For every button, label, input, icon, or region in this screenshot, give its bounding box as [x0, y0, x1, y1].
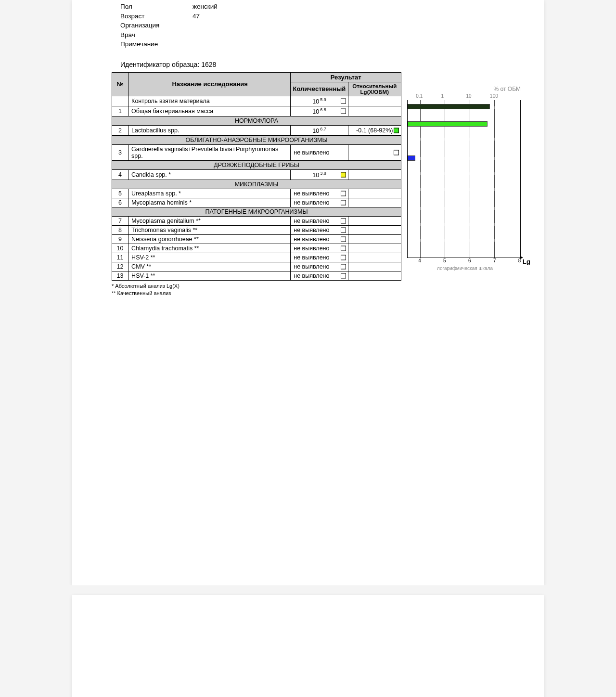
section-normoflora: НОРМОФЛОРА	[112, 116, 401, 126]
status-box-icon	[341, 255, 346, 260]
cell-num: 1	[112, 106, 128, 116]
cell-rel	[348, 244, 401, 253]
cell-num: 12	[112, 262, 128, 271]
top-tick: 10	[466, 93, 471, 99]
table-row: 9Neisseria gonorrhoeae **не выявлено	[112, 235, 401, 244]
table-row: 2 Lactobacillus spp. 106.7 -0.1 (68-92%)	[112, 126, 401, 136]
cell-name: HSV-2 **	[128, 253, 291, 262]
th-rel: Относительный Lg(X/ОБМ)	[348, 82, 401, 96]
top-tick: 0.1	[416, 93, 423, 99]
table-row: 11HSV-2 **не выявлено	[112, 253, 401, 262]
cell-name: HSV-1 **	[128, 271, 291, 281]
cell-quant: не выявлено	[291, 244, 348, 253]
chart-body	[407, 100, 521, 258]
cell-name: Neisseria gonorrhoeae **	[128, 235, 291, 244]
table-row: 4 Candida spp. * 103.8	[112, 170, 401, 180]
cell-num: 11	[112, 253, 128, 262]
cell-num: 8	[112, 226, 128, 235]
x-tick: 4	[418, 258, 421, 263]
x-tick: 8	[518, 258, 521, 263]
table-row: 3 Gardnerella vaginalis+Prevotella bivia…	[112, 145, 401, 161]
x-tick: 7	[493, 258, 496, 263]
page-gap	[0, 585, 616, 595]
footnote-2: ** Качественный анализ	[112, 290, 401, 297]
status-box-icon	[341, 219, 346, 224]
bar-obm	[408, 104, 490, 109]
bar-lacto	[408, 121, 488, 127]
cell-num: 7	[112, 217, 128, 226]
cell-num: 4	[112, 170, 128, 180]
chart-x-caption: логарифмическая шкала	[405, 266, 525, 271]
label-sex: Пол	[120, 2, 192, 12]
cell-num: 10	[112, 244, 128, 253]
cell-rel	[348, 189, 401, 198]
cell-name: Mycoplasma hominis *	[128, 198, 291, 207]
table-row: 13HSV-1 **не выявлено	[112, 271, 401, 281]
section-obligate: ОБЛИГАТНО-АНАЭРОБНЫЕ МИКРООРГАНИЗМЫ	[112, 136, 401, 145]
label-org: Организация	[120, 21, 192, 30]
footnotes: * Абсолютный анализ Lg(X) ** Качественны…	[112, 283, 401, 297]
cell-rel	[348, 271, 401, 281]
th-name: Название исследования	[128, 72, 291, 96]
patient-info-block: Пол женский Возраст 47 Организация Врач …	[82, 0, 534, 49]
status-box-icon	[341, 200, 346, 206]
cell-num: 6	[112, 198, 128, 207]
status-box-icon	[341, 273, 346, 279]
bar-candida	[408, 155, 415, 161]
cell-quant: не выявлено	[291, 189, 348, 198]
cell-rel	[348, 96, 401, 106]
cell-name: CMV **	[128, 262, 291, 271]
status-box-icon	[341, 237, 346, 242]
cell-name: Trichomonas vaginalis **	[128, 226, 291, 235]
chart-title: % от ОБМ	[405, 86, 525, 92]
cell-num: 3	[112, 145, 128, 161]
cell-quant: не выявлено	[291, 198, 348, 207]
label-doctor: Врач	[120, 30, 192, 40]
chart-area: % от ОБМ 0.1 1 10 100	[405, 72, 525, 297]
cell-name: Ureaplasma spp. *	[128, 189, 291, 198]
label-age: Возраст	[120, 12, 192, 21]
top-tick: 100	[490, 93, 498, 99]
cell-quant: 106.7	[291, 126, 348, 136]
cell-name: Общая бактериальная масса	[128, 106, 291, 116]
cell-rel	[348, 145, 401, 161]
cell-rel	[348, 226, 401, 235]
cell-name: Контроль взятия материала	[128, 96, 291, 106]
status-box-icon	[341, 228, 346, 233]
cell-num: 13	[112, 271, 128, 281]
cell-num: 9	[112, 235, 128, 244]
cell-rel	[348, 106, 401, 116]
cell-name: Chlamydia trachomatis **	[128, 244, 291, 253]
chart-top-labels: 0.1 1 10 100	[405, 93, 525, 100]
cell-quant: не выявлено	[291, 262, 348, 271]
grid-line	[494, 100, 495, 258]
top-tick: 1	[441, 93, 444, 99]
cell-quant: не выявлено	[291, 235, 348, 244]
cell-name: Lactobacillus spp.	[128, 126, 291, 136]
value-age: 47	[192, 12, 200, 21]
status-box-icon	[341, 98, 346, 103]
cell-rel: -0.1 (68-92%)	[348, 126, 401, 136]
section-pathogen: ПАТОГЕННЫЕ МИКРООРГАНИЗМЫ	[112, 207, 401, 217]
cell-rel	[348, 253, 401, 262]
cell-quant: не выявлено	[291, 226, 348, 235]
status-box-icon	[394, 128, 399, 133]
cell-quant: не выявлено	[291, 271, 348, 281]
cell-quant: не выявлено	[291, 145, 348, 161]
cell-quant: 103.8	[291, 170, 348, 180]
status-box-icon	[341, 191, 346, 196]
table-row: Контроль взятия материала 105.9	[112, 96, 401, 106]
cell-rel	[348, 198, 401, 207]
table-row: 6 Mycoplasma hominis * не выявлено	[112, 198, 401, 207]
sample-id: Идентификатор образца: 1628	[82, 61, 534, 68]
cell-quant: не выявлено	[291, 253, 348, 262]
section-yeast: ДРОЖЖЕПОДОБНЫЕ ГРИБЫ	[112, 161, 401, 170]
table-row: 5 Ureaplasma spp. * не выявлено	[112, 189, 401, 198]
status-box-icon	[394, 150, 399, 155]
status-box-icon	[341, 109, 346, 114]
section-myco: МИКОПЛАЗМЫ	[112, 180, 401, 189]
cell-quant: 105.9	[291, 96, 348, 106]
footnote-1: * Абсолютный анализ Lg(X)	[112, 283, 401, 289]
status-box-icon	[341, 246, 346, 251]
document-page-2	[72, 595, 544, 697]
